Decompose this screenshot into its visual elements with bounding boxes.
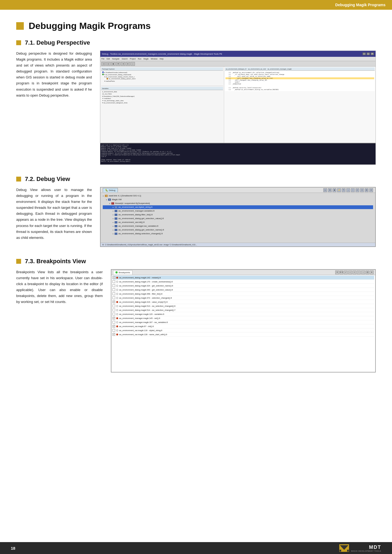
bp-cb-8[interactable] — [112, 309, 115, 311]
dv-stepover[interactable]: ↷ — [342, 188, 346, 192]
dv-frame-4[interactable]: ≡ ≡ as_environment_var.init():6 — [103, 220, 373, 224]
bp-item-7[interactable]: as_environment_dialog.magik:513 - sw_sel… — [112, 304, 374, 308]
bp-export[interactable]: ↑ — [357, 271, 361, 274]
bp-cb-1[interactable] — [112, 280, 115, 283]
bp-add[interactable]: + — [353, 271, 356, 274]
scr-minimize[interactable]: ─ — [363, 52, 366, 55]
bp-cb-6[interactable] — [112, 301, 115, 303]
bp-cb-11[interactable] — [112, 321, 115, 324]
dv-frame-7[interactable]: ≡ ≡ as_environment_dialog.selection_chan… — [103, 232, 373, 236]
dv-frame-6[interactable]: ≡ ≡ as_environment_dialog.get_selection_… — [103, 228, 373, 232]
tb-btn-1[interactable]: ◁ — [101, 62, 106, 66]
tree-item-1[interactable]: ▸ Smallworld-stubs (referenced) — [101, 71, 223, 73]
bp-collapseall[interactable]: ⊟ — [366, 271, 369, 274]
dv-usestepping[interactable]: ≡ — [360, 188, 364, 192]
menu-search[interactable]: Search — [122, 58, 128, 60]
dv-suspend[interactable]: ⏸ — [328, 188, 332, 192]
bp-cb-9[interactable] — [112, 313, 115, 315]
tree-item-2[interactable]: ▾ as_environment_dialog_ref(shared) — [101, 73, 223, 75]
menu-edit[interactable]: Edit — [107, 58, 110, 60]
dv-tab-debug[interactable]: 🐛 Debug — [103, 188, 118, 192]
tb-btn-2[interactable]: ▷ — [106, 62, 111, 66]
bp-cb-7[interactable] — [112, 305, 115, 307]
bp-dot-14 — [116, 334, 118, 335]
menu-file[interactable]: File — [101, 58, 104, 60]
bp-cb-13[interactable] — [112, 329, 115, 332]
bp-item-5[interactable]: as_environment_dialog.magik:372 - select… — [112, 296, 374, 300]
bp-item-8[interactable]: as_environment_dialog.magik:514 - sw_sel… — [112, 308, 374, 312]
var-4[interactable]: ✦ modules1 — [101, 97, 223, 99]
tb-btn-5[interactable]: ⇥ — [121, 62, 125, 66]
menu-help[interactable]: Help — [160, 58, 163, 60]
debug-perspective-mockup: Debug - Toolbox.sw_environment.environme… — [100, 51, 376, 164]
bp-cb-3[interactable] — [112, 288, 115, 291]
bp-removeall[interactable]: ✕✕ — [340, 271, 343, 274]
bp-item-1[interactable]: as_environment_dialog.magik:170 - create… — [112, 280, 374, 284]
tb-btn-6[interactable]: ⇤ — [126, 62, 130, 66]
bp-cb-10[interactable] — [112, 317, 115, 319]
bp-item-0[interactable]: as_environment_dialog.magik:142 - restar… — [112, 276, 374, 280]
dv-frame4-icon: ≡ — [115, 221, 117, 223]
dv-frame-2[interactable]: ≡ ≡ as_environment_dialog.filter_list():… — [103, 213, 373, 217]
tb-btn-7[interactable]: ↓ — [131, 62, 135, 66]
bp-cb-4[interactable] — [112, 292, 115, 295]
var-3[interactable]: ▾ DumpItems_Fallv(SW_SelectionsManager) — [101, 95, 223, 97]
bp-cb-5[interactable] — [112, 296, 115, 299]
bp-cb-2[interactable] — [112, 284, 115, 287]
menu-window[interactable]: Window — [151, 58, 158, 60]
bp-text-7: as_environment_dialog.magik:513 - sw_sel… — [119, 305, 175, 307]
dv-tree-root[interactable]: ▾ ⚙ swaf-link 4.1 [Smallworld GIS 4.1] — [103, 194, 373, 198]
bp-item-12[interactable]: as_environment_var.magik:67 - init():6 — [112, 324, 374, 328]
scr-maximize[interactable]: □ — [367, 52, 370, 55]
tb-btn-3[interactable]: ■ — [111, 62, 115, 66]
dv-terminate[interactable]: ■ — [333, 188, 336, 192]
dv-frame-5[interactable]: ≡ ≡ as_environment_manager.sw_variables:… — [103, 224, 373, 228]
bp-item-3[interactable]: as_environment_dialog.magik:340 - get_se… — [112, 288, 374, 292]
bp-cb-14[interactable] — [112, 333, 115, 336]
bp-item-13[interactable]: as_environment_var.magik:116 - styled_st… — [112, 328, 374, 332]
tree-item-5[interactable]: ▾ methodParts — [101, 80, 223, 82]
bp-item-6[interactable]: as_environment_dialog.magik:419 - value_… — [112, 300, 374, 304]
dv-stepinto[interactable]: ↓ — [346, 188, 350, 192]
dv-frame-1[interactable]: ≡ ≡ as_environment_manager.variables:6 — [103, 209, 373, 213]
bp-remove[interactable]: ✕ — [335, 271, 339, 274]
tree-item-3[interactable]: ▾ as_environment_dialog_shortit_check_v — [101, 75, 223, 78]
var-text-1: e_environment_data — [102, 91, 117, 93]
bp-item-9[interactable]: as_environment_manager.magik:120 - varia… — [112, 312, 374, 316]
menu-run[interactable]: Run — [138, 58, 141, 60]
dv-stepreturn[interactable]: ↑ — [351, 188, 355, 192]
dv-resume[interactable]: ▷ — [323, 188, 327, 192]
tb-btn-4[interactable]: ⟳ — [116, 62, 120, 66]
menu-navigate[interactable]: Navigate — [112, 58, 119, 60]
dv-frame-0[interactable]: ≡ ≡ as_environment_var.styled_string:6 — [103, 205, 373, 209]
scr-close[interactable]: ✕ — [371, 52, 374, 55]
bp-tab[interactable]: Breakpoints — [113, 270, 132, 275]
bp-dot-7 — [116, 305, 118, 307]
dv-disconnect[interactable]: ⚡ — [337, 188, 341, 192]
bp-viewmenu[interactable]: ▾ — [370, 271, 374, 274]
var-2[interactable]: se_sw_False — [101, 93, 223, 95]
bp-enable[interactable]: ✓ — [344, 271, 348, 274]
menu-magik[interactable]: Magik — [144, 58, 149, 60]
bp-item-2[interactable]: as_environment_dialog.magik:324 - get_se… — [112, 284, 374, 288]
bp-cb-0[interactable] — [112, 276, 115, 279]
bp-cb-12[interactable] — [112, 325, 115, 328]
dv-frame-3[interactable]: ≡ ≡ as_environment_dialog.get_selection_… — [103, 217, 373, 220]
dv-dropframe[interactable]: ↩ — [356, 188, 359, 192]
dv-tree-vm[interactable]: ▾ M Magik VM — [103, 198, 373, 202]
var-1[interactable]: e_environment_data — [101, 91, 223, 93]
bp-item-10[interactable]: as_environment_manager.magik:145 - set()… — [112, 316, 374, 320]
dv-viewmenu[interactable]: ▾ — [369, 188, 373, 192]
var-5[interactable]: ✦ sw_technology_static_cites — [101, 99, 223, 101]
menu-project[interactable]: Project — [130, 58, 136, 60]
bp-item-4[interactable]: as_environment_dialog.magik:358 - filter… — [112, 292, 374, 296]
bp-item-14[interactable]: as_environment_var.magik:128 - name_star… — [112, 332, 374, 337]
tree-item-4[interactable]: as_environment_dialog_parser_short — [101, 78, 223, 80]
top-header: Debugging Magik Programs — [0, 0, 392, 10]
dv-collapseall[interactable]: ⊟ — [365, 188, 368, 192]
bp-item-11[interactable]: as_environment_manager.magik:167 - sw_va… — [112, 320, 374, 324]
bp-disable[interactable]: ○ — [348, 271, 352, 274]
bp-import[interactable]: ↓ — [361, 271, 365, 274]
dv-tree-thread[interactable]: ▾ T thread(d: suspended 8)(Suspended) — [103, 202, 373, 205]
var-6[interactable]: ▾ sw_environment_dalogicon_hints — [101, 101, 223, 104]
